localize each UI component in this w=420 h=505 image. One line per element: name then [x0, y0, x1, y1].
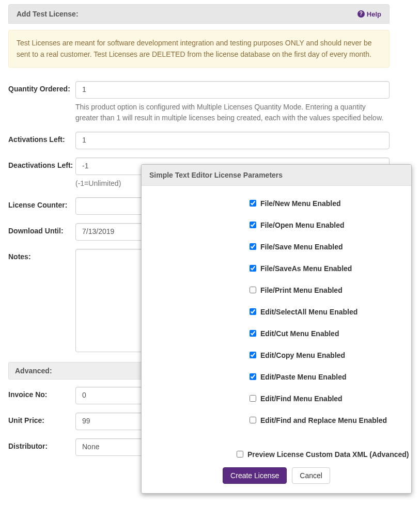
- modal-body: File/New Menu EnabledFile/Open Menu Enab…: [142, 186, 411, 441]
- param-label: File/Print Menu Enabled: [260, 286, 343, 294]
- param-checkbox[interactable]: [250, 287, 256, 293]
- license-params-modal: Simple Text Editor License Parameters Fi…: [141, 164, 412, 494]
- param-checkbox[interactable]: [250, 395, 256, 402]
- param-checkbox[interactable]: [250, 222, 256, 228]
- param-row: Edit/SelectAll Menu Enabled: [247, 307, 401, 317]
- panel-header: Add Test License: ? Help: [8, 4, 390, 24]
- modal-title: Simple Text Editor License Parameters: [142, 165, 411, 186]
- help-label: Help: [367, 10, 381, 18]
- param-label: Edit/Find and Replace Menu Enabled: [260, 416, 387, 424]
- param-checkbox[interactable]: [250, 308, 256, 315]
- param-label: Edit/Cut Menu Enabled: [260, 329, 339, 338]
- label-deactivations-left: Deactivations Left:: [8, 157, 75, 170]
- label-notes: Notes:: [8, 249, 75, 261]
- param-label: Edit/Copy Menu Enabled: [260, 351, 345, 359]
- param-row: File/SaveAs Menu Enabled: [247, 263, 401, 273]
- param-label: File/New Menu Enabled: [260, 199, 341, 208]
- label-license-counter: License Counter:: [8, 197, 75, 210]
- param-label: File/Save Menu Enabled: [260, 243, 343, 251]
- param-checkbox[interactable]: [250, 243, 256, 250]
- modal-footer: Create License Cancel: [142, 467, 411, 493]
- label-distributor: Distributor:: [8, 438, 75, 451]
- param-row: File/New Menu Enabled: [247, 198, 401, 208]
- help-link[interactable]: ? Help: [357, 10, 381, 18]
- label-quantity-ordered: Quantity Ordered:: [8, 81, 75, 93]
- param-checkbox[interactable]: [250, 417, 256, 423]
- label-unit-price: Unit Price:: [8, 413, 75, 425]
- param-label: File/SaveAs Menu Enabled: [260, 264, 352, 273]
- row-quantity-ordered: Quantity Ordered: This product option is…: [8, 81, 390, 123]
- param-checkbox[interactable]: [250, 352, 256, 358]
- label-preview-xml: Preview License Custom Data XML (Advance…: [247, 450, 409, 459]
- param-row: Edit/Cut Menu Enabled: [247, 328, 401, 338]
- row-activations-left: Activations Left:: [8, 132, 390, 149]
- param-label: Edit/Paste Menu Enabled: [260, 373, 346, 381]
- param-label: Edit/Find Menu Enabled: [260, 394, 343, 403]
- param-row: Edit/Paste Menu Enabled: [247, 372, 401, 382]
- warning-alert: Test Licenses are meant for software dev…: [8, 30, 390, 68]
- panel-title: Add Test License:: [17, 10, 79, 18]
- checkbox-preview-xml[interactable]: [237, 451, 243, 457]
- param-row: File/Save Menu Enabled: [247, 242, 401, 251]
- help-quantity-ordered: This product option is configured with M…: [75, 102, 390, 123]
- param-checkbox[interactable]: [250, 373, 256, 380]
- param-row: Edit/Find Menu Enabled: [247, 393, 401, 403]
- row-preview-xml: Preview License Custom Data XML (Advance…: [235, 449, 411, 459]
- help-icon: ?: [357, 10, 365, 18]
- param-label: Edit/SelectAll Menu Enabled: [260, 308, 357, 316]
- param-row: File/Open Menu Enabled: [247, 220, 401, 230]
- input-activations-left[interactable]: [75, 132, 390, 149]
- param-label: File/Open Menu Enabled: [260, 221, 345, 229]
- param-checkbox[interactable]: [250, 330, 256, 337]
- input-quantity-ordered[interactable]: [75, 81, 390, 99]
- param-checkbox[interactable]: [250, 200, 256, 207]
- label-download-until: Download Until:: [8, 223, 75, 235]
- label-invoice-no: Invoice No:: [8, 387, 75, 399]
- app-window: Add Test License: ? Help Test Licenses a…: [0, 0, 420, 505]
- label-activations-left: Activations Left:: [8, 132, 75, 144]
- create-license-button[interactable]: Create License: [223, 467, 287, 484]
- param-row: File/Print Menu Enabled: [247, 285, 401, 295]
- param-checkbox[interactable]: [250, 265, 256, 272]
- cancel-button[interactable]: Cancel: [292, 467, 330, 484]
- param-row: Edit/Copy Menu Enabled: [247, 350, 401, 360]
- param-row: Edit/Find and Replace Menu Enabled: [247, 415, 401, 425]
